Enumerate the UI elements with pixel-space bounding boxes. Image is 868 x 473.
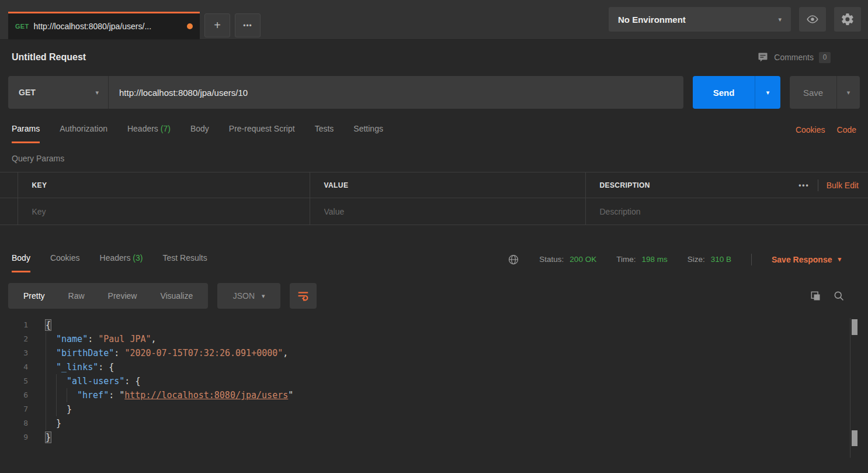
param-value-input[interactable] <box>324 207 585 216</box>
code-content: } <box>46 430 51 444</box>
send-button-group: Send ▾ <box>693 76 780 109</box>
code-token: } <box>67 404 72 415</box>
param-description-input[interactable] <box>600 207 868 216</box>
request-tab[interactable]: GET http://localhost:8080/jpa/users/... <box>8 12 200 39</box>
code-content: } <box>46 402 72 416</box>
line-number: 3 <box>0 346 28 360</box>
code-content: "all-users": { <box>46 374 140 388</box>
line-number: 8 <box>0 416 28 430</box>
response-tab-headers[interactable]: Headers (3) <box>100 253 143 272</box>
response-tab-cookies[interactable]: Cookies <box>50 253 80 272</box>
method-select[interactable]: GET ▾ <box>8 76 109 109</box>
url-input[interactable] <box>109 76 683 109</box>
line-number: 1 <box>0 318 28 332</box>
divider <box>751 254 752 265</box>
code-line: 7} <box>0 402 868 416</box>
request-title[interactable]: Untitled Request <box>12 52 86 63</box>
tab-headers[interactable]: Headers (7) <box>127 124 171 143</box>
tab-pre-request-script[interactable]: Pre-request Script <box>229 124 295 143</box>
cookies-link[interactable]: Cookies <box>796 125 825 143</box>
tab-headers-label: Headers <box>127 124 158 133</box>
tab-strip: GET http://localhost:8080/jpa/users/... … <box>0 12 261 39</box>
view-tab-raw[interactable]: Raw <box>57 291 96 301</box>
param-key-input[interactable] <box>32 207 310 216</box>
comments-icon <box>757 51 769 63</box>
params-tools: ••• Bulk Edit <box>798 179 859 191</box>
save-options-button[interactable]: ▾ <box>836 76 860 109</box>
settings-button[interactable] <box>834 7 861 32</box>
new-tab-button[interactable]: + <box>204 13 230 37</box>
comments-button[interactable]: Comments 0 <box>757 51 831 63</box>
search-icon[interactable] <box>833 290 845 302</box>
comments-count-badge: 0 <box>819 52 831 63</box>
eye-icon <box>806 13 819 26</box>
save-button[interactable]: Save <box>790 76 836 109</box>
params-handle-column <box>0 172 18 198</box>
tab-title: http://localhost:8080/jpa/users/... <box>34 22 182 31</box>
bulk-edit-link[interactable]: Bulk Edit <box>827 181 859 190</box>
tab-authorization[interactable]: Authorization <box>60 124 107 143</box>
view-tab-pretty[interactable]: Pretty <box>12 291 57 301</box>
indent-guide <box>46 388 56 402</box>
code-content: "birthDate": "2020-07-15T07:32:26.091+00… <box>46 346 288 360</box>
indent-guide <box>46 346 56 360</box>
code-line: 9} <box>0 430 868 444</box>
environment-label: No Environment <box>618 15 778 25</box>
code-line: 5"all-users": { <box>0 374 868 388</box>
line-number: 2 <box>0 332 28 346</box>
code-token: " <box>119 390 124 401</box>
response-headers-label: Headers <box>100 253 131 263</box>
gear-icon <box>841 12 855 26</box>
tab-params[interactable]: Params <box>12 124 40 143</box>
response-meta: Status: 200 OK Time: 198 ms Size: 310 B … <box>508 254 841 272</box>
scrollbar-thumb[interactable] <box>852 319 857 335</box>
format-label: JSON <box>233 291 255 301</box>
request-tabs: Params Authorization Headers (7) Body Pr… <box>0 124 868 143</box>
indent-guide <box>46 416 56 430</box>
params-more-icon[interactable]: ••• <box>798 181 810 189</box>
code-token: "all-users" <box>67 376 124 386</box>
code-content: "_links": { <box>46 360 114 374</box>
response-code[interactable]: 1{2"name": "Paul JPA",3"birthDate": "202… <box>0 318 868 444</box>
save-response-label: Save Response <box>772 255 832 264</box>
tab-body[interactable]: Body <box>190 124 209 143</box>
save-response-button[interactable]: Save Response ▾ <box>772 255 841 264</box>
response-headers-count: (3) <box>133 253 143 263</box>
tab-tests[interactable]: Tests <box>315 124 334 143</box>
scrollbar-thumb[interactable] <box>852 430 857 446</box>
query-params-title: Query Params <box>12 154 856 163</box>
code-link[interactable]: Code <box>837 125 856 143</box>
url-group: GET ▾ <box>8 76 683 109</box>
code-line: 2"name": "Paul JPA", <box>0 332 868 346</box>
code-token: " <box>288 390 293 401</box>
response-link[interactable]: http://localhost:8080/jpa/users <box>124 390 288 401</box>
code-token: : <box>114 348 124 358</box>
line-number: 9 <box>0 430 28 444</box>
view-tab-visualize[interactable]: Visualize <box>148 291 204 301</box>
time-label: Time: <box>616 255 636 264</box>
code-token: , <box>283 348 288 358</box>
indent-guide <box>46 332 56 346</box>
tab-settings[interactable]: Settings <box>353 124 383 143</box>
code-token: "name" <box>56 334 88 344</box>
code-line: 4"_links": { <box>0 360 868 374</box>
code-token: : { <box>98 362 114 372</box>
wrap-text-button[interactable] <box>290 283 317 309</box>
copy-icon[interactable] <box>810 290 821 302</box>
environment-select[interactable]: No Environment ▾ <box>609 7 791 32</box>
response-tab-body[interactable]: Body <box>12 253 30 272</box>
response-view-bar: Pretty Raw Preview Visualize JSON ▾ <box>8 283 860 309</box>
code-token: "birthDate" <box>56 348 114 358</box>
response-tab-test-results[interactable]: Test Results <box>162 253 207 272</box>
view-tab-preview[interactable]: Preview <box>96 291 149 301</box>
params-row-handle[interactable] <box>0 198 18 225</box>
chevron-down-icon: ▾ <box>766 89 770 96</box>
response-actions <box>810 290 845 302</box>
send-button[interactable]: Send <box>693 76 755 109</box>
headers-count: (7) <box>161 124 171 133</box>
divider <box>818 179 818 191</box>
send-options-button[interactable]: ▾ <box>755 76 780 109</box>
environment-quick-look-button[interactable] <box>799 7 826 32</box>
tab-options-button[interactable]: ••• <box>235 13 261 37</box>
format-select[interactable]: JSON ▾ <box>217 283 280 309</box>
